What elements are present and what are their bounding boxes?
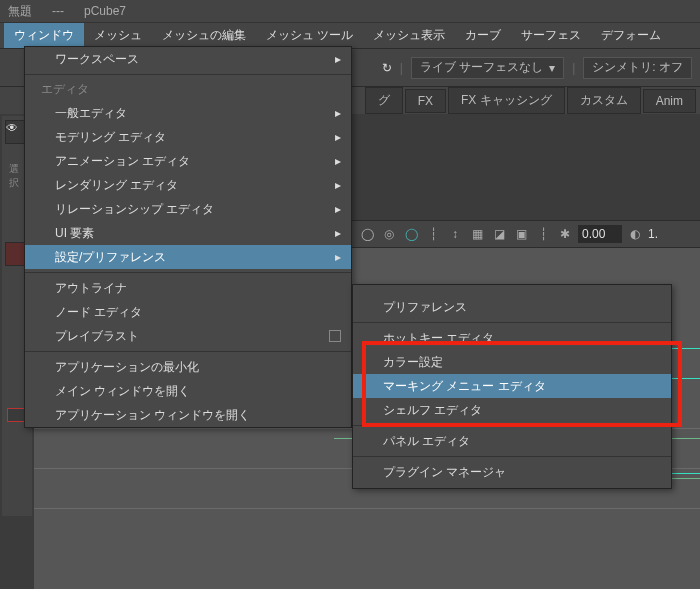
- vp-icon-1[interactable]: ◯: [358, 225, 376, 243]
- submenu-panel-editor[interactable]: パネル エディタ: [353, 429, 671, 453]
- shelf-tab-0[interactable]: グ: [365, 87, 403, 114]
- symmetry-dropdown[interactable]: シンメトリ: オフ: [583, 57, 692, 79]
- vp-icon-6[interactable]: ▦: [468, 225, 486, 243]
- menu-ui-elements[interactable]: UI 要素▸: [25, 221, 351, 245]
- vp-icon-10[interactable]: ◐: [626, 225, 644, 243]
- vp-value2: 1.: [648, 227, 658, 241]
- menu-deform[interactable]: デフォーム: [591, 23, 671, 48]
- menu-settings-preferences[interactable]: 設定/プリファレンス▸: [25, 245, 351, 269]
- menu-curves[interactable]: カーブ: [455, 23, 511, 48]
- vp-icon-4[interactable]: ┆: [424, 225, 442, 243]
- reload-icon[interactable]: ↻: [382, 61, 392, 75]
- title-bar: 無題 --- pCube7: [0, 0, 700, 22]
- title-dashes: ---: [52, 4, 64, 18]
- submenu-plugin-manager[interactable]: プラグイン マネージャ: [353, 460, 671, 484]
- shelf-tab-custom[interactable]: カスタム: [567, 87, 641, 114]
- playblast-optionbox[interactable]: [329, 330, 341, 342]
- shelf-tab-anim[interactable]: Anim: [643, 89, 696, 113]
- menu-animation-editors[interactable]: アニメーション エディタ▸: [25, 149, 351, 173]
- vp-icon-aperture[interactable]: ✱: [556, 225, 574, 243]
- menu-outliner[interactable]: アウトライナ: [25, 276, 351, 300]
- menu-playblast[interactable]: プレイブラスト: [25, 324, 351, 348]
- editors-section-label: エディタ: [25, 78, 351, 101]
- live-surface-label: ライブ サーフェスなし: [420, 59, 543, 76]
- submenu-shelf-editor[interactable]: シェルフ エディタ: [353, 398, 671, 422]
- menu-node-editor[interactable]: ノード エディタ: [25, 300, 351, 324]
- submenu-hotkey-editor[interactable]: ホットキー エディタ: [353, 326, 671, 350]
- settings-prefs-submenu: プリファレンス ホットキー エディタ カラー設定 マーキング メニュー エディタ…: [352, 284, 672, 489]
- shelf-tab-fxcache[interactable]: FX キャッシング: [448, 87, 565, 114]
- title-prefix: 無題: [8, 3, 32, 20]
- menu-relationship-editors[interactable]: リレーションシップ エディタ▸: [25, 197, 351, 221]
- shelf-tab-fx[interactable]: FX: [405, 89, 446, 113]
- menu-general-editors[interactable]: 一般エディタ▸: [25, 101, 351, 125]
- vp-icon-9[interactable]: ┆: [534, 225, 552, 243]
- submenu-color-settings[interactable]: カラー設定: [353, 350, 671, 374]
- menu-window[interactable]: ウィンドウ: [4, 23, 84, 48]
- menu-edit-mesh[interactable]: メッシュの編集: [152, 23, 256, 48]
- vp-icon-2[interactable]: ◎: [380, 225, 398, 243]
- menu-raise-app-windows[interactable]: アプリケーション ウィンドウを開く: [25, 403, 351, 427]
- menu-mesh-display[interactable]: メッシュ表示: [363, 23, 455, 48]
- submenu-arrow-icon: ▸: [335, 52, 341, 66]
- title-scene: pCube7: [84, 4, 126, 18]
- menu-minimize-app[interactable]: アプリケーションの最小化: [25, 355, 351, 379]
- menu-raise-main-window[interactable]: メイン ウィンドウを開く: [25, 379, 351, 403]
- menu-rendering-editors[interactable]: レンダリング エディタ▸: [25, 173, 351, 197]
- main-menubar: ウィンドウ メッシュ メッシュの編集 メッシュ ツール メッシュ表示 カーブ サ…: [0, 22, 700, 48]
- vp-icon-8[interactable]: ▣: [512, 225, 530, 243]
- submenu-marking-menu-editor[interactable]: マーキング メニュー エディタ: [353, 374, 671, 398]
- menu-modeling-editors[interactable]: モデリング エディタ▸: [25, 125, 351, 149]
- select-label: 選択: [9, 162, 25, 190]
- submenu-preferences[interactable]: プリファレンス: [353, 295, 671, 319]
- menu-surfaces[interactable]: サーフェス: [511, 23, 591, 48]
- vp-icon-5[interactable]: ↕: [446, 225, 464, 243]
- menu-mesh-tools[interactable]: メッシュ ツール: [256, 23, 363, 48]
- menu-workspace[interactable]: ワークスペース ▸: [25, 47, 351, 71]
- vp-icon-7[interactable]: ◪: [490, 225, 508, 243]
- symmetry-label: シンメトリ: オフ: [592, 59, 683, 76]
- window-menu-panel: ワークスペース ▸ エディタ 一般エディタ▸ モデリング エディタ▸ アニメーシ…: [24, 46, 352, 428]
- vp-value-field[interactable]: 0.00: [578, 225, 622, 243]
- chevron-down-icon: ▾: [549, 61, 555, 75]
- viewport-toolbar: ◯ ◎ ◯ ┆ ↕ ▦ ◪ ▣ ┆ ✱ 0.00 ◐ 1.: [352, 220, 700, 248]
- menu-separator: [25, 74, 351, 75]
- menu-mesh[interactable]: メッシュ: [84, 23, 152, 48]
- vp-icon-3[interactable]: ◯: [402, 225, 420, 243]
- live-surface-dropdown[interactable]: ライブ サーフェスなし ▾: [411, 57, 564, 79]
